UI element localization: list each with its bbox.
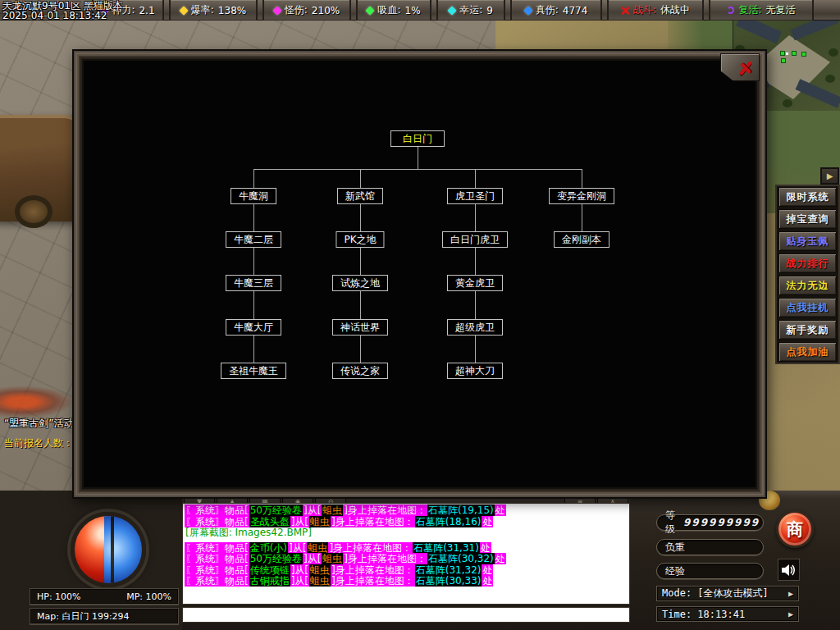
close-x-icon	[739, 60, 751, 75]
level-label: 等级	[665, 509, 675, 536]
signup-count-label: 当前报名人数：	[4, 436, 73, 450]
tree-connector	[475, 336, 476, 363]
stat-zhenshang: 真伤:4774	[510, 0, 602, 21]
chat-segment: 石墓阵(18,16)	[415, 516, 482, 527]
top-stats-bar: 神力:2.1爆率:138%怪伤:210%吸血:1%幸运:9真伤:4774战斗:休…	[0, 0, 840, 21]
chat-segment: 蛆虫	[322, 553, 343, 564]
weight-field: 负重	[656, 539, 764, 555]
tree-connector	[360, 291, 361, 319]
chat-input[interactable]	[182, 607, 630, 623]
chat-line: 〖系统〗物品[50万经验卷]从[蛆虫]身上掉落在地图：石墓阵(30,32)处	[185, 554, 629, 565]
merchant-button[interactable]: 商	[776, 510, 814, 548]
map-node[interactable]: 牛魔大厅	[226, 319, 281, 336]
tree-connector	[475, 291, 476, 319]
chat-segment: 处	[480, 542, 491, 554]
stat-label: 复活:	[738, 3, 761, 17]
map-node[interactable]: PK之地	[336, 231, 384, 248]
sidebar-button-limited-time-system[interactable]: 限时系统	[778, 187, 837, 207]
map-node[interactable]: 圣祖牛魔王	[221, 363, 286, 379]
chat-line: 〖系统〗物品[50万经验卷]从[蛆虫]身上掉落在地图：石墓阵(19,15)处	[185, 505, 629, 517]
chat-segment: ]身上掉落在地图：	[331, 575, 415, 587]
map-node[interactable]: 超神大刀	[447, 363, 503, 379]
stat-value: 无复活	[766, 3, 796, 17]
chat-segment: 金币(小)	[249, 542, 288, 554]
sidebar-button-power-ranking[interactable]: 战力排行	[778, 253, 837, 273]
time-arrow-icon[interactable]: ▶	[788, 609, 793, 619]
sidebar-button-personal-jade[interactable]: 贴身玉佩	[778, 231, 837, 251]
attack-mode-text: Mode: [全体攻击模式]	[662, 587, 769, 600]
tree-connector	[253, 204, 254, 231]
chat-segment: 〖系统〗物品[	[185, 575, 249, 587]
time-text: Time: 18:13:41	[662, 609, 745, 620]
map-location-value: Map: 白日门 199:294	[37, 610, 130, 623]
chat-segment: ]从[	[290, 516, 309, 527]
sidebar-button-mana-boundless[interactable]: 法力无边	[778, 276, 837, 295]
diamond-green-icon	[366, 6, 375, 15]
map-node[interactable]: 黄金虎卫	[447, 275, 503, 291]
stat-label: 幸运:	[459, 3, 482, 17]
sound-toggle-button[interactable]	[778, 559, 800, 581]
chat-segment: 传统项链	[249, 564, 290, 576]
dialog-close-button[interactable]	[720, 53, 760, 81]
chat-segment: 〖系统〗物品[	[185, 564, 249, 576]
tree-connector	[253, 169, 582, 170]
battle-x-icon	[621, 7, 629, 15]
tree-connector	[253, 169, 254, 188]
chat-log-panel[interactable]: 〖系统〗物品[50万经验卷]从[蛆虫]身上掉落在地图：石墓阵(19,15)处〖系…	[182, 503, 630, 605]
revive-swirl-icon	[727, 7, 734, 14]
map-node[interactable]: 白日门虎卫	[442, 231, 508, 248]
stat-value: 休战中	[660, 3, 690, 17]
stats-row: 神力:2.1爆率:138%怪伤:210%吸血:1%幸运:9真伤:4774战斗:休…	[92, 0, 814, 21]
hp-value: HP: 100%	[37, 591, 81, 602]
map-node[interactable]: 变异金刚洞	[549, 188, 614, 204]
tree-connector	[253, 291, 254, 319]
map-node-root[interactable]: 白日门	[390, 130, 445, 147]
minimap-roof	[796, 79, 840, 108]
chat-segment: ]从[	[290, 575, 309, 587]
play-arrow-icon: ▶	[827, 172, 833, 180]
chat-segment: ]身上掉落在地图：	[343, 553, 427, 564]
sidebar-expand-button[interactable]: ▶	[820, 167, 839, 185]
chat-segment: 〖系统〗物品[	[185, 542, 249, 554]
map-node[interactable]: 超级虎卫	[447, 319, 503, 336]
stat-xixue: 吸血:1%	[356, 0, 431, 21]
map-node[interactable]: 神话世界	[332, 319, 388, 336]
tree-connector	[475, 204, 476, 231]
stat-label: 爆率:	[191, 3, 214, 17]
sidebar-button-drop-query[interactable]: 掉宝查询	[778, 209, 837, 229]
map-node[interactable]: 传说之家	[332, 363, 388, 379]
chat-segment: 石墓阵(30,32)	[427, 553, 495, 564]
map-node[interactable]: 虎卫圣门	[447, 188, 503, 204]
minimap-npc-marker	[781, 58, 786, 63]
chat-segment: 蛆虫	[307, 542, 328, 554]
wagon-wheel-decoration	[15, 195, 52, 228]
sidebar-button-click-auto-hang[interactable]: 点我挂机	[778, 298, 837, 317]
map-node[interactable]: 牛魔洞	[231, 188, 276, 204]
stat-value: 4774	[563, 5, 588, 16]
chat-segment: 处	[482, 516, 493, 527]
attack-mode-bar[interactable]: Mode: [全体攻击模式] ▶	[656, 586, 799, 601]
minimap-roof	[736, 21, 782, 43]
sidebar-button-newbie-reward[interactable]: 新手奖励	[778, 320, 837, 340]
sidebar-button-cheer-me[interactable]: 点我加油	[778, 342, 837, 362]
tree-connector	[360, 204, 361, 231]
chat-segment: 古铜戒指	[249, 575, 290, 587]
time-bar[interactable]: Time: 18:13:41 ▶	[656, 606, 799, 622]
stat-label: 怪伤:	[285, 3, 308, 17]
chat-segment: 蛆虫	[309, 575, 331, 587]
map-node[interactable]: 牛魔二层	[226, 231, 281, 248]
chat-line: 〖系统〗物品[传统项链]从[蛆虫]身上掉落在地图：石墓阵(31,32)处	[185, 565, 629, 577]
map-node[interactable]: 试炼之地	[332, 275, 388, 291]
map-node[interactable]: 金刚副本	[554, 231, 609, 248]
map-node[interactable]: 牛魔三层	[226, 275, 281, 291]
datetime: 2025-04-01 18:13:42	[2, 11, 123, 21]
minimap-tree	[783, 99, 792, 107]
chat-segment: 石墓阵(19,15)	[427, 504, 495, 516]
stat-value: 1%	[405, 5, 421, 16]
chat-segment: ]身上掉落在地图：	[328, 542, 413, 554]
weight-label: 负重	[665, 541, 685, 555]
mode-arrow-icon[interactable]: ▶	[788, 589, 793, 598]
exp-field: 经验	[656, 563, 764, 579]
map-node[interactable]: 新武馆	[337, 188, 383, 204]
chat-segment: 〖系统〗物品[	[185, 504, 249, 516]
